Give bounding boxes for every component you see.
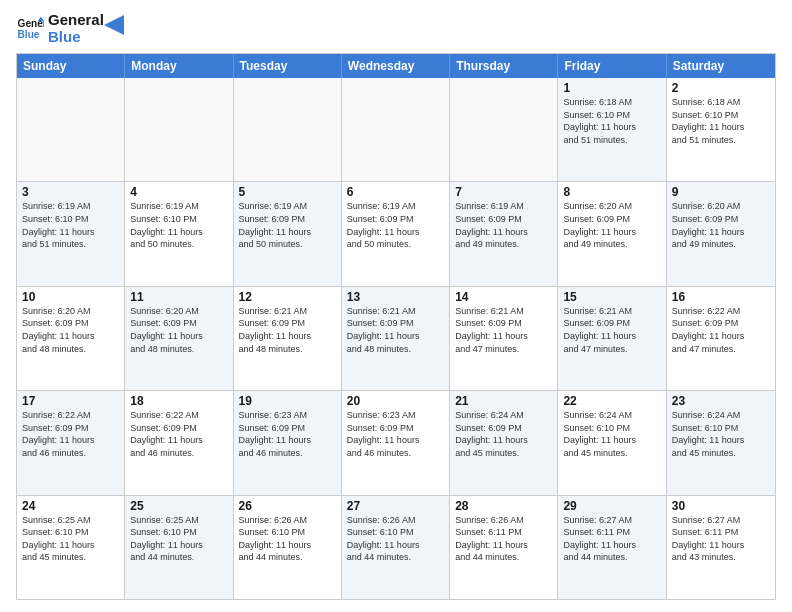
logo-blue: Blue bbox=[48, 29, 104, 46]
calendar-day-cell: 7Sunrise: 6:19 AM Sunset: 6:09 PM Daylig… bbox=[450, 182, 558, 285]
calendar-day-cell: 22Sunrise: 6:24 AM Sunset: 6:10 PM Dayli… bbox=[558, 391, 666, 494]
calendar-day-cell: 16Sunrise: 6:22 AM Sunset: 6:09 PM Dayli… bbox=[667, 287, 775, 390]
day-info: Sunrise: 6:23 AM Sunset: 6:09 PM Dayligh… bbox=[239, 409, 336, 459]
calendar-row: 17Sunrise: 6:22 AM Sunset: 6:09 PM Dayli… bbox=[17, 390, 775, 494]
calendar-body: 1Sunrise: 6:18 AM Sunset: 6:10 PM Daylig… bbox=[17, 78, 775, 599]
day-info: Sunrise: 6:26 AM Sunset: 6:10 PM Dayligh… bbox=[239, 514, 336, 564]
day-info: Sunrise: 6:27 AM Sunset: 6:11 PM Dayligh… bbox=[672, 514, 770, 564]
page: General Blue General Blue SundayMondayTu… bbox=[0, 0, 792, 612]
day-info: Sunrise: 6:18 AM Sunset: 6:10 PM Dayligh… bbox=[563, 96, 660, 146]
calendar-row: 1Sunrise: 6:18 AM Sunset: 6:10 PM Daylig… bbox=[17, 78, 775, 181]
calendar-day-cell: 10Sunrise: 6:20 AM Sunset: 6:09 PM Dayli… bbox=[17, 287, 125, 390]
svg-marker-4 bbox=[104, 15, 124, 35]
day-number: 27 bbox=[347, 499, 444, 513]
day-info: Sunrise: 6:26 AM Sunset: 6:10 PM Dayligh… bbox=[347, 514, 444, 564]
calendar-day-cell: 3Sunrise: 6:19 AM Sunset: 6:10 PM Daylig… bbox=[17, 182, 125, 285]
calendar-day-cell: 21Sunrise: 6:24 AM Sunset: 6:09 PM Dayli… bbox=[450, 391, 558, 494]
day-number: 17 bbox=[22, 394, 119, 408]
calendar-day-cell: 4Sunrise: 6:19 AM Sunset: 6:10 PM Daylig… bbox=[125, 182, 233, 285]
calendar-day-cell: 9Sunrise: 6:20 AM Sunset: 6:09 PM Daylig… bbox=[667, 182, 775, 285]
calendar-row: 3Sunrise: 6:19 AM Sunset: 6:10 PM Daylig… bbox=[17, 181, 775, 285]
day-number: 16 bbox=[672, 290, 770, 304]
calendar-day-cell: 26Sunrise: 6:26 AM Sunset: 6:10 PM Dayli… bbox=[234, 496, 342, 599]
day-info: Sunrise: 6:21 AM Sunset: 6:09 PM Dayligh… bbox=[455, 305, 552, 355]
day-number: 25 bbox=[130, 499, 227, 513]
day-info: Sunrise: 6:21 AM Sunset: 6:09 PM Dayligh… bbox=[563, 305, 660, 355]
day-info: Sunrise: 6:21 AM Sunset: 6:09 PM Dayligh… bbox=[239, 305, 336, 355]
day-number: 14 bbox=[455, 290, 552, 304]
day-number: 3 bbox=[22, 185, 119, 199]
weekday-header: Tuesday bbox=[234, 54, 342, 78]
day-info: Sunrise: 6:20 AM Sunset: 6:09 PM Dayligh… bbox=[672, 200, 770, 250]
day-number: 22 bbox=[563, 394, 660, 408]
calendar-day-cell: 27Sunrise: 6:26 AM Sunset: 6:10 PM Dayli… bbox=[342, 496, 450, 599]
weekday-header: Sunday bbox=[17, 54, 125, 78]
day-info: Sunrise: 6:25 AM Sunset: 6:10 PM Dayligh… bbox=[22, 514, 119, 564]
calendar-day-cell: 17Sunrise: 6:22 AM Sunset: 6:09 PM Dayli… bbox=[17, 391, 125, 494]
day-info: Sunrise: 6:22 AM Sunset: 6:09 PM Dayligh… bbox=[130, 409, 227, 459]
day-number: 30 bbox=[672, 499, 770, 513]
day-number: 12 bbox=[239, 290, 336, 304]
day-number: 21 bbox=[455, 394, 552, 408]
calendar-day-cell: 14Sunrise: 6:21 AM Sunset: 6:09 PM Dayli… bbox=[450, 287, 558, 390]
day-number: 9 bbox=[672, 185, 770, 199]
calendar-row: 10Sunrise: 6:20 AM Sunset: 6:09 PM Dayli… bbox=[17, 286, 775, 390]
weekday-header: Thursday bbox=[450, 54, 558, 78]
day-info: Sunrise: 6:24 AM Sunset: 6:10 PM Dayligh… bbox=[672, 409, 770, 459]
day-number: 15 bbox=[563, 290, 660, 304]
calendar: SundayMondayTuesdayWednesdayThursdayFrid… bbox=[16, 53, 776, 600]
day-info: Sunrise: 6:20 AM Sunset: 6:09 PM Dayligh… bbox=[22, 305, 119, 355]
day-info: Sunrise: 6:18 AM Sunset: 6:10 PM Dayligh… bbox=[672, 96, 770, 146]
empty-cell bbox=[450, 78, 558, 181]
calendar-day-cell: 15Sunrise: 6:21 AM Sunset: 6:09 PM Dayli… bbox=[558, 287, 666, 390]
day-number: 1 bbox=[563, 81, 660, 95]
calendar-day-cell: 23Sunrise: 6:24 AM Sunset: 6:10 PM Dayli… bbox=[667, 391, 775, 494]
calendar-day-cell: 19Sunrise: 6:23 AM Sunset: 6:09 PM Dayli… bbox=[234, 391, 342, 494]
day-info: Sunrise: 6:27 AM Sunset: 6:11 PM Dayligh… bbox=[563, 514, 660, 564]
day-info: Sunrise: 6:22 AM Sunset: 6:09 PM Dayligh… bbox=[672, 305, 770, 355]
empty-cell bbox=[234, 78, 342, 181]
day-info: Sunrise: 6:23 AM Sunset: 6:09 PM Dayligh… bbox=[347, 409, 444, 459]
weekday-header: Wednesday bbox=[342, 54, 450, 78]
day-info: Sunrise: 6:19 AM Sunset: 6:09 PM Dayligh… bbox=[455, 200, 552, 250]
day-info: Sunrise: 6:19 AM Sunset: 6:10 PM Dayligh… bbox=[22, 200, 119, 250]
day-number: 26 bbox=[239, 499, 336, 513]
day-info: Sunrise: 6:20 AM Sunset: 6:09 PM Dayligh… bbox=[130, 305, 227, 355]
calendar-day-cell: 24Sunrise: 6:25 AM Sunset: 6:10 PM Dayli… bbox=[17, 496, 125, 599]
day-number: 29 bbox=[563, 499, 660, 513]
calendar-day-cell: 1Sunrise: 6:18 AM Sunset: 6:10 PM Daylig… bbox=[558, 78, 666, 181]
calendar-header: SundayMondayTuesdayWednesdayThursdayFrid… bbox=[17, 54, 775, 78]
calendar-day-cell: 29Sunrise: 6:27 AM Sunset: 6:11 PM Dayli… bbox=[558, 496, 666, 599]
empty-cell bbox=[17, 78, 125, 181]
weekday-header: Monday bbox=[125, 54, 233, 78]
day-info: Sunrise: 6:22 AM Sunset: 6:09 PM Dayligh… bbox=[22, 409, 119, 459]
day-number: 18 bbox=[130, 394, 227, 408]
day-info: Sunrise: 6:25 AM Sunset: 6:10 PM Dayligh… bbox=[130, 514, 227, 564]
day-number: 4 bbox=[130, 185, 227, 199]
calendar-day-cell: 5Sunrise: 6:19 AM Sunset: 6:09 PM Daylig… bbox=[234, 182, 342, 285]
empty-cell bbox=[342, 78, 450, 181]
day-number: 6 bbox=[347, 185, 444, 199]
logo: General Blue General Blue bbox=[16, 12, 124, 45]
day-number: 23 bbox=[672, 394, 770, 408]
calendar-day-cell: 12Sunrise: 6:21 AM Sunset: 6:09 PM Dayli… bbox=[234, 287, 342, 390]
calendar-day-cell: 13Sunrise: 6:21 AM Sunset: 6:09 PM Dayli… bbox=[342, 287, 450, 390]
day-info: Sunrise: 6:20 AM Sunset: 6:09 PM Dayligh… bbox=[563, 200, 660, 250]
logo-general: General bbox=[48, 12, 104, 29]
calendar-day-cell: 11Sunrise: 6:20 AM Sunset: 6:09 PM Dayli… bbox=[125, 287, 233, 390]
calendar-day-cell: 6Sunrise: 6:19 AM Sunset: 6:09 PM Daylig… bbox=[342, 182, 450, 285]
day-number: 13 bbox=[347, 290, 444, 304]
calendar-day-cell: 8Sunrise: 6:20 AM Sunset: 6:09 PM Daylig… bbox=[558, 182, 666, 285]
calendar-day-cell: 2Sunrise: 6:18 AM Sunset: 6:10 PM Daylig… bbox=[667, 78, 775, 181]
day-info: Sunrise: 6:26 AM Sunset: 6:11 PM Dayligh… bbox=[455, 514, 552, 564]
calendar-day-cell: 28Sunrise: 6:26 AM Sunset: 6:11 PM Dayli… bbox=[450, 496, 558, 599]
weekday-header: Saturday bbox=[667, 54, 775, 78]
day-number: 5 bbox=[239, 185, 336, 199]
day-number: 19 bbox=[239, 394, 336, 408]
day-number: 8 bbox=[563, 185, 660, 199]
day-number: 24 bbox=[22, 499, 119, 513]
day-info: Sunrise: 6:24 AM Sunset: 6:10 PM Dayligh… bbox=[563, 409, 660, 459]
day-number: 28 bbox=[455, 499, 552, 513]
day-number: 11 bbox=[130, 290, 227, 304]
logo-arrow-icon bbox=[104, 15, 124, 35]
